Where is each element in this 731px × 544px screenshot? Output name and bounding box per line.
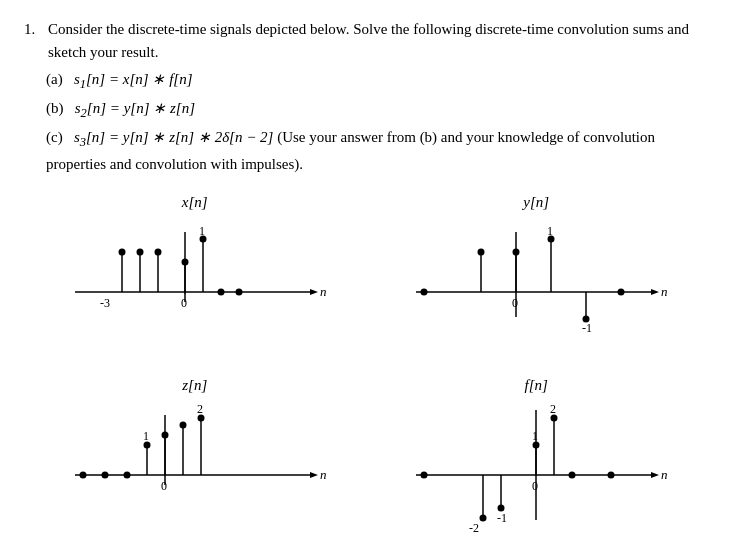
graphs-container: x[n] n 0 -3 [24, 194, 707, 544]
svg-marker-56 [651, 472, 659, 478]
svg-point-8 [118, 249, 125, 256]
part-b: (b) s2[n] = y[n] ∗ z[n] [46, 96, 707, 123]
svg-point-36 [618, 289, 625, 296]
svg-text:1: 1 [532, 429, 538, 443]
svg-point-72 [480, 515, 487, 522]
svg-text:-1: -1 [497, 511, 507, 525]
part-a: (a) s1[n] = x[n] ∗ f[n] [46, 67, 707, 94]
svg-point-41 [101, 472, 108, 479]
svg-text:-2: -2 [469, 521, 479, 535]
svg-text:0: 0 [512, 296, 518, 310]
part-c-text: s3[n] = y[n] ∗ z[n] ∗ 2δ[n − 2] [74, 129, 274, 145]
graph-yn: y[n] n 0 1 -1 [371, 194, 701, 347]
svg-point-12 [154, 249, 161, 256]
svg-text:-1: -1 [582, 321, 592, 335]
part-a-text: s1[n] = x[n] ∗ f[n] [74, 71, 193, 87]
part-c: (c) s3[n] = y[n] ∗ z[n] ∗ 2δ[n − 2] (Use… [46, 125, 707, 176]
svg-text:2: 2 [197, 402, 203, 416]
graph-xn: x[n] n 0 -3 [30, 194, 360, 347]
graph-xn-title: x[n] [182, 194, 208, 211]
graph-zn-svg: n 0 1 2 [55, 400, 335, 530]
svg-point-29 [513, 249, 520, 256]
svg-text:n: n [661, 284, 668, 299]
graph-zn: z[n] n 0 1 2 [30, 377, 360, 540]
svg-text:0: 0 [161, 479, 167, 493]
graph-zn-title: z[n] [182, 377, 207, 394]
graph-fn: f[n] n -1 0 1 2 [371, 377, 701, 540]
svg-text:1: 1 [143, 429, 149, 443]
svg-marker-1 [310, 289, 318, 295]
svg-marker-38 [310, 472, 318, 478]
problem-container: 1. Consider the discrete-time signals de… [24, 18, 707, 176]
svg-text:1: 1 [547, 224, 553, 238]
graph-yn-title: y[n] [523, 194, 549, 211]
graph-fn-svg: n -1 0 1 2 -2 [396, 400, 676, 540]
svg-point-51 [179, 422, 186, 429]
svg-point-42 [123, 472, 130, 479]
svg-text:n: n [320, 284, 327, 299]
svg-point-49 [161, 432, 168, 439]
svg-text:-3: -3 [100, 296, 110, 310]
svg-text:2: 2 [550, 402, 556, 416]
svg-text:1: 1 [199, 224, 205, 238]
svg-point-27 [478, 249, 485, 256]
part-b-text: s2[n] = y[n] ∗ z[n] [75, 100, 195, 116]
svg-point-74 [608, 472, 615, 479]
problem-number: 1. [24, 18, 42, 63]
svg-point-18 [217, 289, 224, 296]
problem-number-row: 1. Consider the discrete-time signals de… [24, 18, 707, 63]
part-a-label: (a) [46, 71, 70, 87]
svg-text:n: n [661, 467, 668, 482]
part-b-label: (b) [46, 100, 71, 116]
svg-point-14 [181, 259, 188, 266]
svg-text:0: 0 [181, 296, 187, 310]
svg-point-40 [79, 472, 86, 479]
problem-main-text: Consider the discrete-time signals depic… [48, 18, 707, 63]
part-c-label: (c) [46, 129, 70, 145]
sub-parts-list: (a) s1[n] = x[n] ∗ f[n] (b) s2[n] = y[n]… [46, 67, 707, 176]
svg-point-10 [136, 249, 143, 256]
graph-yn-svg: n 0 1 -1 [396, 217, 676, 347]
svg-text:0: 0 [532, 479, 538, 493]
svg-marker-21 [651, 289, 659, 295]
svg-point-58 [421, 472, 428, 479]
svg-point-19 [235, 289, 242, 296]
svg-text:n: n [320, 467, 327, 482]
svg-point-23 [421, 289, 428, 296]
graph-fn-title: f[n] [525, 377, 548, 394]
svg-point-70 [569, 472, 576, 479]
graph-xn-svg: n 0 -3 1 [55, 217, 335, 347]
